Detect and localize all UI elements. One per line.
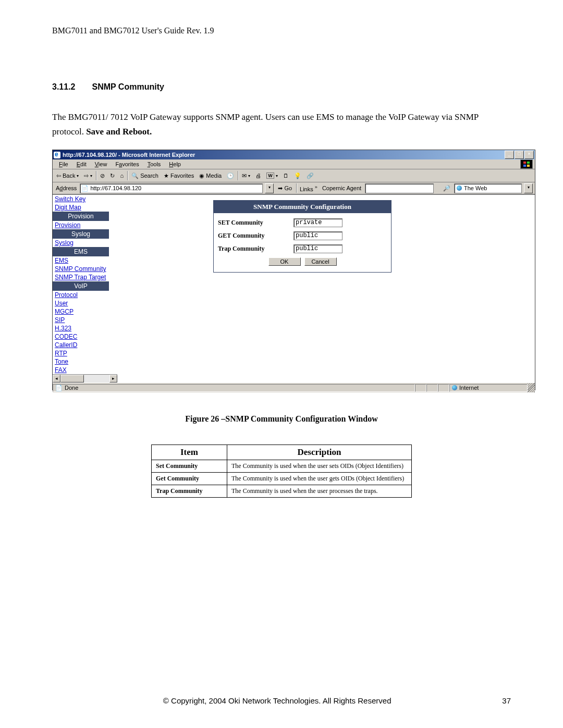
sidebar-link[interactable]: Protocol bbox=[53, 291, 109, 299]
search-scope-dropdown-button[interactable]: ▾ bbox=[524, 183, 533, 193]
table-header-description: Description bbox=[227, 445, 412, 460]
sidebar-link[interactable]: H.323 bbox=[53, 324, 109, 332]
discuss-icon: 🗒 bbox=[283, 172, 289, 179]
sidebar-link[interactable]: User bbox=[53, 299, 109, 307]
print-icon: 🖨 bbox=[255, 172, 261, 179]
browser-toolbar: ⇦ Back ▾ ⇨ ▾ ⊘ ↻ ⌂ 🔍 Search ★ Favorites bbox=[53, 169, 535, 182]
sidebar-link[interactable]: CODEC bbox=[53, 332, 109, 341]
media-icon: ◉ bbox=[199, 172, 204, 179]
edit-icon: W bbox=[266, 172, 274, 179]
magnifier-icon: 🔎 bbox=[443, 185, 450, 192]
table-header-item: Item bbox=[152, 445, 227, 460]
chevron-down-icon: ▾ bbox=[276, 174, 278, 178]
favorites-button[interactable]: ★ Favorites bbox=[162, 172, 195, 180]
table-cell-desc: The Community is used when the user proc… bbox=[227, 485, 412, 498]
sidebar[interactable]: Switch KeyDigit MapProvisionProvisionSys… bbox=[53, 195, 109, 382]
media-label: Media bbox=[206, 172, 222, 179]
table-cell-desc: The Community is used when the user gets… bbox=[227, 473, 412, 485]
search-scope-value: The Web bbox=[464, 185, 487, 191]
copernic-label: Copernic Agent bbox=[321, 184, 363, 192]
resize-grip[interactable] bbox=[528, 383, 535, 392]
sidebar-link[interactable]: RTP bbox=[53, 349, 109, 357]
history-icon: 🕒 bbox=[227, 172, 234, 179]
browser-addressbar: Address 📄 http://67.104.98.120 ▾ ➡ Go Li… bbox=[53, 182, 535, 194]
related-button[interactable]: 🔗 bbox=[305, 172, 315, 180]
body-text-bold: Save and Reboot. bbox=[86, 127, 152, 137]
address-value: http://67.104.98.120 bbox=[90, 185, 141, 191]
search-scope-combo[interactable]: The Web bbox=[454, 183, 522, 193]
menu-favorites[interactable]: Favorites bbox=[111, 161, 143, 168]
page-icon-status: 📄 bbox=[55, 384, 63, 391]
address-label: Address bbox=[55, 185, 78, 191]
scroll-thumb[interactable] bbox=[60, 375, 84, 382]
scroll-right-button[interactable]: ▸ bbox=[109, 375, 117, 382]
sidebar-header: Syslog bbox=[53, 229, 109, 239]
media-button[interactable]: ◉ Media bbox=[198, 172, 223, 180]
chevron-down-icon: ▾ bbox=[90, 174, 92, 178]
go-label: Go bbox=[284, 185, 292, 191]
sidebar-link[interactable]: SNMP Community bbox=[53, 265, 109, 273]
sidebar-link[interactable]: SNMP Trap Target bbox=[53, 273, 109, 281]
ok-button[interactable]: OK bbox=[268, 257, 301, 266]
section-heading: 3.11.2 SNMP Community bbox=[52, 82, 511, 92]
menu-help[interactable]: Help bbox=[165, 161, 185, 168]
menu-edit[interactable]: Edit bbox=[72, 161, 91, 168]
sidebar-link[interactable]: Syslog bbox=[53, 239, 109, 247]
links-text: Links bbox=[300, 186, 313, 192]
back-button[interactable]: ⇦ Back ▾ bbox=[55, 172, 80, 180]
get-community-label: GET Community bbox=[218, 232, 293, 240]
sidebar-link[interactable]: FAX bbox=[53, 366, 109, 374]
mail-icon: ✉ bbox=[242, 172, 247, 179]
menu-file[interactable]: File bbox=[55, 161, 72, 168]
sidebar-link[interactable]: Switch Key bbox=[53, 195, 109, 203]
print-button[interactable]: 🖨 bbox=[254, 172, 263, 179]
address-input[interactable]: 📄 http://67.104.98.120 bbox=[80, 183, 263, 193]
tip-button[interactable]: 💡 bbox=[292, 172, 303, 180]
sidebar-link[interactable]: SIP bbox=[53, 316, 109, 324]
status-zone: Internet bbox=[459, 385, 479, 391]
menu-tools[interactable]: Tools bbox=[143, 161, 165, 168]
refresh-button[interactable]: ↻ bbox=[108, 172, 116, 180]
sidebar-link[interactable]: Tone bbox=[53, 357, 109, 366]
table-row: Set CommunityThe Community is used when … bbox=[152, 460, 412, 473]
sidebar-link[interactable]: Digit Map bbox=[53, 203, 109, 212]
related-icon: 🔗 bbox=[307, 172, 314, 179]
search-button[interactable]: 🔍 Search bbox=[130, 172, 160, 180]
window-maximize-button[interactable]: □ bbox=[515, 151, 524, 159]
page-footer: © Copyright, 2004 Oki Network Technologi… bbox=[0, 696, 563, 705]
copernic-search-input[interactable] bbox=[365, 183, 434, 193]
address-dropdown-button[interactable]: ▾ bbox=[265, 183, 274, 193]
browser-content: Switch KeyDigit MapProvisionProvisionSys… bbox=[53, 194, 535, 382]
go-button[interactable]: ➡ Go bbox=[276, 185, 294, 192]
svg-rect-2 bbox=[523, 165, 526, 167]
page-icon: 📄 bbox=[81, 184, 89, 192]
sidebar-link[interactable]: EMS bbox=[53, 256, 109, 265]
cancel-button[interactable]: Cancel bbox=[304, 257, 337, 266]
window-close-button[interactable]: × bbox=[524, 151, 534, 159]
table-row: Trap CommunityThe Community is used when… bbox=[152, 485, 412, 498]
table-row: Get CommunityThe Community is used when … bbox=[152, 473, 412, 485]
menu-view[interactable]: View bbox=[91, 161, 112, 168]
sidebar-link[interactable]: CallerID bbox=[53, 341, 109, 349]
home-button[interactable]: ⌂ bbox=[118, 172, 125, 179]
scroll-left-button[interactable]: ◂ bbox=[53, 375, 60, 382]
get-community-input[interactable]: public bbox=[293, 231, 342, 240]
stop-button[interactable]: ⊘ bbox=[99, 172, 106, 180]
trap-community-input[interactable]: public bbox=[293, 244, 342, 253]
discuss-button[interactable]: 🗒 bbox=[282, 172, 290, 179]
svg-rect-1 bbox=[527, 162, 530, 164]
sidebar-link[interactable]: Provision bbox=[53, 221, 109, 229]
forward-button[interactable]: ⇨ ▾ bbox=[82, 172, 94, 180]
sidebar-hscrollbar[interactable]: ◂ ▸ bbox=[53, 374, 117, 382]
set-community-input[interactable]: private bbox=[293, 218, 342, 227]
window-minimize-button[interactable]: _ bbox=[505, 151, 514, 159]
sidebar-link[interactable]: MGCP bbox=[53, 307, 109, 316]
history-button[interactable]: 🕒 bbox=[225, 172, 236, 180]
mail-button[interactable]: ✉▾ bbox=[240, 172, 252, 180]
document-header: BMG7011 and BMG7012 User's Guide Rev. 1.… bbox=[52, 26, 511, 35]
home-icon: ⌂ bbox=[120, 172, 124, 179]
edit-button[interactable]: W▾ bbox=[265, 172, 279, 179]
toolbar-separator bbox=[127, 171, 128, 180]
copernic-search-button[interactable]: 🔎 bbox=[442, 184, 452, 192]
forward-arrow-icon: ⇨ bbox=[84, 172, 89, 179]
